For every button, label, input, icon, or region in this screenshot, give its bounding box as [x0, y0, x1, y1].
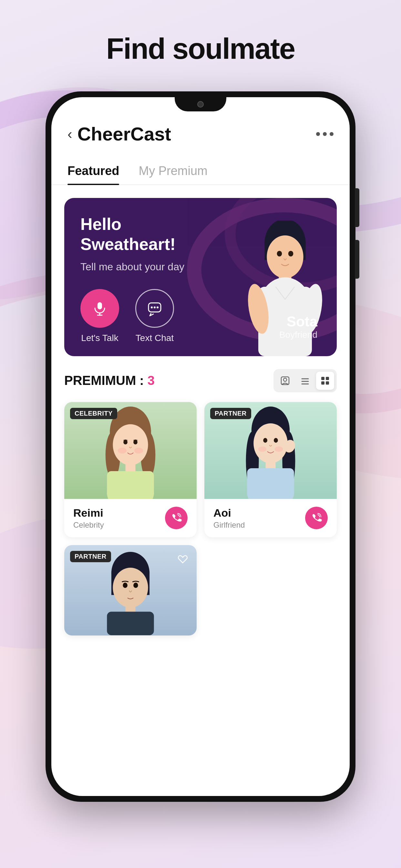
front-camera	[197, 101, 204, 107]
app-name: CheerCast	[78, 123, 171, 145]
lets-talk-button[interactable]: Let's Talk	[81, 289, 119, 343]
aoi-call-button[interactable]	[305, 507, 328, 529]
phone-call-icon-2	[311, 512, 322, 524]
aoi-role: Girlfriend	[213, 521, 245, 530]
toggle-profile-view[interactable]	[276, 372, 294, 390]
svg-point-42	[134, 447, 143, 454]
svg-rect-29	[321, 381, 325, 384]
cards-grid: CELEBRITY	[64, 402, 337, 636]
grid-view-icon	[320, 376, 330, 386]
svg-point-21	[288, 251, 294, 257]
reimi-call-button[interactable]	[165, 507, 188, 529]
svg-rect-38	[107, 471, 154, 498]
svg-point-9	[151, 306, 153, 308]
more-menu-button[interactable]	[316, 132, 334, 136]
chat-icon	[147, 300, 163, 316]
header-left: ‹ CheerCast	[67, 123, 171, 145]
card-reimi[interactable]: CELEBRITY	[64, 402, 197, 537]
banner-greeting: Hello Sweatheart!	[81, 214, 212, 254]
svg-rect-30	[326, 381, 329, 384]
svg-point-39	[123, 440, 127, 445]
tab-bar: Featured My Premium	[51, 148, 350, 185]
chat-label: Text Chat	[135, 333, 174, 343]
premium-header: PREMIMUM : 3	[64, 369, 337, 392]
text-chat-button[interactable]: Text Chat	[135, 289, 174, 343]
male3-portrait	[98, 552, 163, 636]
premium-title: PREMIMUM : 3	[64, 373, 155, 388]
page-title: Find soulmate	[106, 32, 295, 66]
card-aoi-info: Aoi Girlfriend	[204, 499, 337, 537]
heart-button[interactable]	[175, 551, 191, 567]
svg-point-53	[258, 446, 266, 452]
list-view-icon	[300, 376, 310, 386]
toggle-list-view[interactable]	[296, 372, 314, 390]
card-reimi-image: CELEBRITY	[64, 402, 197, 499]
partner-badge-aoi: PARTNER	[210, 408, 251, 419]
reimi-portrait	[98, 405, 163, 499]
svg-point-23	[283, 378, 287, 381]
card-male3-image: PARTNER	[64, 545, 197, 636]
card-aoi-text: Aoi Girlfriend	[213, 507, 245, 530]
screen-content[interactable]: ‹ CheerCast Featured My Premium	[51, 97, 350, 796]
phone-screen: ‹ CheerCast Featured My Premium	[51, 97, 350, 796]
more-dot-3	[330, 132, 334, 136]
svg-point-47	[253, 423, 287, 463]
premium-count: 3	[148, 373, 155, 388]
card-male3[interactable]: PARTNER	[64, 545, 197, 636]
more-dot-2	[323, 132, 327, 136]
aoi-name: Aoi	[213, 507, 245, 519]
banner-subtitle: Tell me about your day	[81, 261, 212, 273]
view-toggle	[274, 369, 337, 392]
svg-point-11	[157, 306, 158, 308]
reimi-role: Celebrity	[73, 521, 104, 530]
banner-actions: Let's Talk	[81, 289, 212, 343]
banner-text: Hello Sweatheart! Tell me about your day	[81, 214, 212, 343]
svg-point-61	[123, 583, 127, 588]
svg-rect-28	[326, 377, 329, 380]
svg-rect-5	[97, 302, 102, 309]
card-aoi-image: PARTNER	[204, 402, 337, 499]
svg-point-41	[118, 447, 127, 454]
banner-person-role: Boyfriend	[279, 330, 317, 340]
svg-rect-60	[107, 612, 154, 635]
svg-point-62	[133, 583, 138, 588]
svg-point-20	[277, 251, 282, 257]
featured-banner: Hello Sweatheart! Tell me about your day	[64, 198, 337, 356]
premium-section: PREMIMUM : 3	[51, 356, 350, 642]
svg-point-51	[263, 438, 267, 443]
svg-point-40	[133, 440, 137, 445]
svg-point-35	[113, 424, 148, 465]
svg-point-54	[275, 446, 283, 452]
tab-featured[interactable]: Featured	[67, 158, 119, 184]
svg-rect-27	[321, 377, 325, 380]
chat-circle[interactable]	[135, 289, 174, 328]
celebrity-badge: CELEBRITY	[70, 408, 117, 419]
talk-circle[interactable]	[81, 289, 119, 328]
aoi-portrait	[238, 405, 303, 499]
back-button[interactable]: ‹	[67, 126, 72, 142]
svg-point-52	[274, 438, 278, 443]
svg-rect-36	[126, 463, 135, 472]
card-reimi-info: Reimi Celebrity	[64, 499, 197, 537]
microphone-icon	[92, 300, 108, 316]
talk-label: Let's Talk	[81, 333, 118, 343]
partner-badge-male: PARTNER	[70, 551, 111, 562]
reimi-name: Reimi	[73, 507, 104, 519]
phone-notch	[175, 97, 226, 112]
svg-point-10	[154, 306, 156, 308]
tab-my-premium[interactable]: My Premium	[138, 158, 207, 184]
banner-name-tag: Sota Boyfriend	[279, 314, 317, 340]
banner-person-name: Sota	[279, 314, 317, 330]
svg-point-58	[113, 568, 148, 608]
profile-view-icon	[280, 376, 290, 386]
svg-point-14	[267, 236, 303, 278]
more-dot-1	[316, 132, 320, 136]
card-reimi-text: Reimi Celebrity	[73, 507, 104, 530]
heart-icon	[178, 554, 188, 564]
app-header: ‹ CheerCast	[51, 117, 350, 145]
card-aoi[interactable]: PARTNER	[204, 402, 337, 537]
toggle-grid-view[interactable]	[316, 372, 334, 390]
phone-call-icon	[171, 512, 182, 524]
phone-frame: ‹ CheerCast Featured My Premium	[45, 91, 356, 802]
